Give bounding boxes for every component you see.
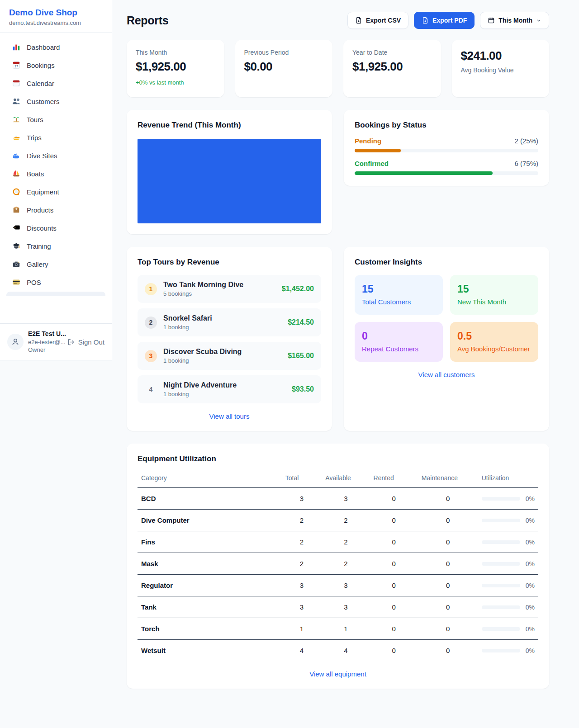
status-bar-fill (355, 149, 401, 152)
export-csv-label: Export CSV (366, 17, 401, 24)
tear-off-calendar-icon (12, 79, 21, 88)
rank-badge: 4 (145, 383, 157, 396)
status-count: 2 (25%) (514, 137, 538, 145)
sidebar-item-label: Boats (27, 170, 44, 178)
tour-name: Discover Scuba Diving (163, 348, 281, 356)
sidebar-item-bookings[interactable]: 17 Bookings (5, 56, 106, 74)
status-bar-track (355, 149, 538, 152)
sidebar-item-label: Tours (27, 116, 43, 123)
card-title: Bookings by Status (355, 121, 538, 130)
cell-total: 3 (282, 596, 322, 618)
sidebar-item-equipment[interactable]: Equipment (5, 183, 106, 201)
view-all-customers-link[interactable]: View all customers (355, 371, 538, 378)
tour-name: Night Dive Adventure (163, 381, 285, 389)
rank-badge: 2 (145, 317, 157, 329)
sidebar-item-discounts[interactable]: Discounts (5, 219, 106, 237)
revenue-trend-chart (138, 139, 321, 223)
cell-total: 4 (282, 640, 322, 662)
water-wave-icon (12, 151, 21, 160)
stat-card-year-to-date: Year to Date $1,925.00 (343, 40, 441, 97)
view-all-equipment-link[interactable]: View all equipment (138, 670, 538, 678)
cell-category: Tank (138, 596, 282, 618)
table-row: Fins 2 2 0 0 0% (138, 531, 538, 553)
sidebar-item-products[interactable]: Products (5, 201, 106, 219)
cell-maintenance: 0 (418, 596, 478, 618)
tile-value: 0.5 (457, 330, 531, 342)
export-csv-button[interactable]: Export CSV (347, 12, 408, 29)
graduation-cap-icon (12, 241, 21, 251)
table-row: Torch 1 1 0 0 0% (138, 618, 538, 640)
cell-total: 2 (282, 531, 322, 553)
sidebar-item-boats[interactable]: Boats (5, 165, 106, 183)
utilization-bar-track (482, 627, 520, 631)
table-row: Mask 2 2 0 0 0% (138, 553, 538, 575)
page-header: Reports Export CSV Export PDF This Month (127, 12, 549, 29)
cell-utilization: 0% (478, 488, 538, 510)
sidebar-item-pos[interactable]: POS (5, 273, 106, 291)
sidebar-item-label: Equipment (27, 188, 59, 196)
calendar-icon (488, 17, 495, 24)
equipment-table: Category Total Available Rented Maintena… (138, 470, 538, 661)
price-tag-icon (12, 223, 21, 232)
logout-icon (67, 338, 75, 346)
sidebar-item-label: POS (27, 279, 41, 286)
period-dropdown[interactable]: This Month (480, 12, 549, 29)
nav-item-partial[interactable] (6, 292, 105, 296)
sign-out-label: Sign Out (78, 338, 104, 346)
sidebar-item-label: Discounts (27, 224, 57, 232)
sidebar-item-dive-sites[interactable]: Dive Sites (5, 147, 106, 165)
cell-rented: 0 (370, 640, 418, 662)
export-pdf-button[interactable]: Export PDF (414, 12, 475, 29)
tour-row[interactable]: 3 Discover Scuba Diving 1 booking $165.0… (138, 342, 321, 370)
table-header-row: Category Total Available Rented Maintena… (138, 470, 538, 488)
column-header-total: Total (282, 470, 322, 488)
insight-tile-total-customers: 15 Total Customers (355, 275, 443, 315)
tour-row[interactable]: 1 Two Tank Morning Dive 5 bookings $1,45… (138, 275, 321, 303)
cell-category: Fins (138, 531, 282, 553)
card-title: Revenue Trend (This Month) (138, 121, 321, 130)
sidebar-item-customers[interactable]: Customers (5, 92, 106, 110)
calendar-17-icon: 17 (12, 61, 21, 70)
tour-name: Snorkel Safari (163, 314, 281, 322)
tour-row[interactable]: 2 Snorkel Safari 1 booking $214.50 (138, 308, 321, 336)
cell-rented: 0 (370, 575, 418, 596)
chevron-down-icon (536, 18, 541, 23)
tour-bookings: 1 booking (163, 357, 281, 364)
cell-maintenance: 0 (418, 553, 478, 575)
sidebar-item-dashboard[interactable]: Dashboard (5, 38, 106, 56)
charts-row: Revenue Trend (This Month) Bookings by S… (127, 110, 549, 234)
sidebar-item-training[interactable]: Training (5, 237, 106, 255)
user-email: e2e-tester@... (28, 338, 63, 346)
period-label: This Month (498, 17, 532, 24)
sidebar-item-gallery[interactable]: Gallery (5, 255, 106, 273)
sailboat-icon (12, 169, 21, 178)
user-name: E2E Test U... (28, 330, 63, 338)
column-header-category: Category (138, 470, 282, 488)
tour-bookings: 5 bookings (163, 290, 275, 297)
cell-maintenance: 0 (418, 531, 478, 553)
tour-row[interactable]: 4 Night Dive Adventure 1 booking $93.50 (138, 375, 321, 403)
tour-revenue: $214.50 (288, 318, 314, 326)
sidebar-item-calendar[interactable]: Calendar (5, 74, 106, 92)
utilization-bar-track (482, 497, 520, 501)
utilization-bar-track (482, 562, 520, 566)
insights-grid: 15 Total Customers 15 New This Month 0 R… (355, 275, 538, 362)
utilization-percent: 0% (526, 647, 535, 654)
sidebar-item-label: Dashboard (27, 43, 60, 51)
sidebar-item-tours[interactable]: Tours (5, 110, 106, 128)
tile-value: 0 (362, 330, 436, 342)
avatar (7, 334, 24, 350)
revenue-trend-card: Revenue Trend (This Month) (127, 110, 332, 234)
column-header-maintenance: Maintenance (418, 470, 478, 488)
sidebar-item-label: Dive Sites (27, 152, 57, 160)
utilization-percent: 0% (526, 625, 535, 633)
sign-out-button[interactable]: Sign Out (67, 338, 104, 346)
stat-delta: +0% vs last month (136, 79, 215, 86)
tour-bookings: 1 booking (163, 391, 285, 397)
sidebar-item-trips[interactable]: Trips (5, 128, 106, 147)
cell-utilization: 0% (478, 575, 538, 596)
package-box-icon (12, 205, 21, 214)
cell-category: Mask (138, 553, 282, 575)
utilization-bar-track (482, 540, 520, 544)
view-all-tours-link[interactable]: View all tours (138, 412, 321, 420)
